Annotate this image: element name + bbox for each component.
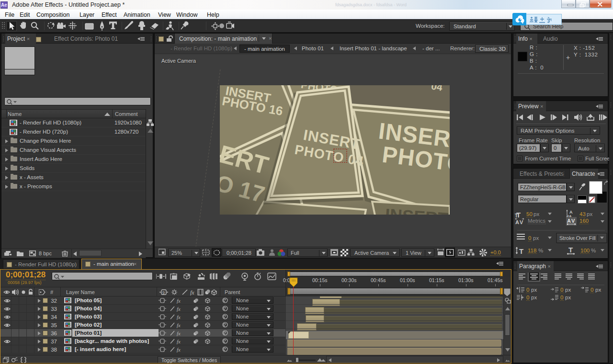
svg-text:A: A <box>567 218 571 224</box>
svg-text:T: T <box>519 247 523 255</box>
svg-text:px: px <box>587 211 592 217</box>
svg-text:px: px <box>534 211 539 217</box>
svg-text:Stroke Over Fill: Stroke Over Fill <box>559 235 596 241</box>
svg-text:px: px <box>595 287 601 293</box>
svg-text:0: 0 <box>560 295 563 300</box>
svg-text:160: 160 <box>579 218 589 224</box>
svg-text:Metrics: Metrics <box>528 218 545 224</box>
svg-text:100: 100 <box>580 248 590 253</box>
svg-text:px: px <box>533 235 539 241</box>
svg-text:9: 9 <box>162 290 165 295</box>
svg-text:43: 43 <box>579 211 586 217</box>
svg-text:50: 50 <box>526 211 533 217</box>
svg-text:0: 0 <box>560 287 563 293</box>
svg-text:0: 0 <box>528 235 531 241</box>
svg-text:T: T <box>568 246 573 254</box>
svg-text:T: T <box>515 213 518 218</box>
svg-text:118: 118 <box>528 248 536 253</box>
svg-text:px: px <box>565 287 571 293</box>
svg-text:0: 0 <box>526 287 529 293</box>
svg-text:A: A <box>515 219 519 225</box>
svg-text:px: px <box>565 295 571 300</box>
svg-text:px: px <box>531 295 537 300</box>
svg-text:%: % <box>591 248 596 253</box>
svg-text:px: px <box>531 287 537 293</box>
svg-text:V: V <box>520 219 523 225</box>
svg-text:0: 0 <box>590 287 593 293</box>
svg-text:%: % <box>538 248 543 253</box>
svg-text:0: 0 <box>526 295 529 300</box>
svg-text:fx: fx <box>190 289 194 296</box>
svg-text:V: V <box>571 218 575 224</box>
